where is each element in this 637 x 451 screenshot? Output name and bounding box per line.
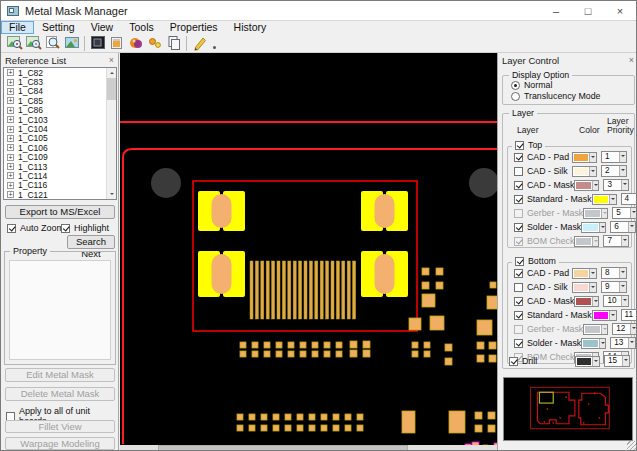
layer-checkbox[interactable]: [509, 357, 518, 366]
tree-item-1-c122[interactable]: +1_C122: [4, 199, 116, 200]
color-dropdown[interactable]: [574, 180, 599, 191]
color-dropdown[interactable]: [592, 194, 617, 205]
priority-dropdown[interactable]: 9: [601, 281, 627, 293]
expand-icon[interactable]: +: [7, 191, 14, 198]
expand-icon[interactable]: +: [7, 154, 14, 161]
expand-icon[interactable]: +: [7, 69, 14, 76]
zoom-out-image-icon[interactable]: [24, 35, 43, 52]
layer-checkbox[interactable]: [514, 325, 523, 334]
chevron-down-icon[interactable]: [589, 283, 596, 292]
reference-list-close-icon[interactable]: ×: [109, 55, 114, 65]
chevron-down-icon[interactable]: [628, 338, 635, 348]
menu-item-file[interactable]: File: [1, 21, 34, 34]
tree-item-1-c83[interactable]: +1_C83: [4, 77, 116, 86]
layer-checkbox[interactable]: [514, 181, 523, 190]
menu-item-properties[interactable]: Properties: [162, 21, 226, 34]
radio-normal[interactable]: Normal: [511, 80, 552, 90]
chevron-down-icon[interactable]: [609, 195, 616, 204]
copy-icon[interactable]: [164, 35, 183, 52]
warpage-modeling-button[interactable]: Warpage Modeling: [5, 437, 115, 450]
minimize-button[interactable]: –: [540, 1, 572, 21]
pad-view-icon[interactable]: [145, 35, 164, 52]
radio-button[interactable]: [511, 81, 520, 90]
expand-icon[interactable]: +: [7, 172, 14, 179]
tree-item-1-c114[interactable]: +1_C114: [4, 171, 116, 180]
priority-dropdown[interactable]: 8: [601, 267, 627, 279]
layer-checkbox[interactable]: [514, 297, 523, 306]
color-sphere-icon[interactable]: [126, 35, 145, 52]
expand-icon[interactable]: +: [7, 144, 14, 151]
image-view-icon[interactable]: [62, 35, 81, 52]
chevron-down-icon[interactable]: [592, 297, 599, 306]
chevron-down-icon[interactable]: [621, 180, 628, 190]
layer-checkbox[interactable]: [514, 209, 523, 218]
chevron-down-icon[interactable]: [601, 209, 608, 218]
tree-item-1-c109[interactable]: +1_C109: [4, 153, 116, 162]
auto-zoom-checkbox-box[interactable]: [7, 224, 16, 233]
auto-zoom-checkbox[interactable]: Auto Zoom: [7, 223, 64, 233]
color-dropdown[interactable]: [592, 310, 617, 321]
expand-icon[interactable]: +: [7, 126, 14, 133]
color-dropdown[interactable]: [574, 236, 599, 247]
layer-checkbox[interactable]: [514, 167, 523, 176]
expand-icon[interactable]: +: [7, 88, 14, 95]
priority-dropdown[interactable]: 13: [610, 337, 636, 349]
priority-dropdown[interactable]: 10: [603, 295, 629, 307]
tree-item-1-c104[interactable]: +1_C104: [4, 124, 116, 133]
color-dropdown[interactable]: [581, 338, 606, 349]
expand-icon[interactable]: +: [7, 79, 14, 86]
tree-item-1-c116[interactable]: +1_C116: [4, 181, 116, 190]
chevron-down-icon[interactable]: [630, 324, 637, 334]
color-dropdown[interactable]: [572, 166, 597, 177]
scrollbar-thumb[interactable]: [107, 78, 116, 100]
chevron-down-icon[interactable]: [619, 268, 626, 278]
resize-grip[interactable]: [627, 441, 637, 451]
fillet-view-button[interactable]: Fillet View: [5, 420, 115, 433]
layer-checkbox[interactable]: [514, 153, 523, 162]
expand-icon[interactable]: +: [7, 135, 14, 142]
export-button[interactable]: Export to MS/Excel: [5, 205, 115, 219]
tree-item-1-c103[interactable]: +1_C103: [4, 115, 116, 124]
priority-dropdown[interactable]: 2: [601, 165, 627, 177]
tree-item-1-c106[interactable]: +1_C106: [4, 143, 116, 152]
chevron-down-icon[interactable]: [589, 269, 596, 278]
chevron-down-icon[interactable]: [592, 357, 599, 366]
layer-checkbox[interactable]: [514, 269, 523, 278]
chevron-down-icon[interactable]: [592, 181, 599, 190]
expand-icon[interactable]: +: [7, 182, 14, 189]
priority-dropdown[interactable]: 11: [621, 309, 637, 321]
maximize-button[interactable]: □: [572, 1, 604, 21]
priority-dropdown[interactable]: 15: [604, 355, 630, 367]
tree-item-1-c113[interactable]: +1_C113: [4, 162, 116, 171]
bottom-layer-checkbox[interactable]: [515, 257, 524, 266]
edit-metal-mask-button[interactable]: Edit Metal Mask: [5, 368, 115, 382]
measure-icon[interactable]: [190, 35, 209, 52]
layer-checkbox[interactable]: [514, 283, 523, 292]
tree-item-1-c85[interactable]: +1_C85: [4, 96, 116, 105]
color-dropdown[interactable]: [575, 356, 600, 367]
radio-translucency-mode[interactable]: Translucency Mode: [511, 91, 600, 101]
menu-item-setting[interactable]: Setting: [34, 21, 83, 34]
top-layer-checkbox[interactable]: [515, 141, 524, 150]
radio-button[interactable]: [511, 92, 520, 101]
chevron-down-icon[interactable]: [592, 237, 599, 246]
scroll-down-arrow-icon[interactable]: [107, 190, 117, 199]
layer-checkbox[interactable]: [514, 237, 523, 246]
display-icon[interactable]: [88, 35, 107, 52]
expand-icon[interactable]: +: [7, 107, 14, 114]
magnifier-icon[interactable]: [43, 35, 62, 52]
priority-dropdown[interactable]: 7: [603, 235, 629, 247]
chevron-down-icon[interactable]: [619, 282, 626, 292]
expand-icon[interactable]: +: [7, 163, 14, 170]
layer-checkbox[interactable]: [514, 223, 523, 232]
chevron-down-icon[interactable]: [622, 356, 629, 366]
layer-checkbox[interactable]: [514, 311, 523, 320]
priority-dropdown[interactable]: 12: [612, 323, 637, 335]
color-dropdown[interactable]: [572, 282, 597, 293]
zoom-in-image-icon[interactable]: [5, 35, 24, 52]
priority-dropdown[interactable]: 5: [612, 207, 637, 219]
canvas-scrollbar-thumb[interactable]: [158, 445, 408, 451]
tree-item-1-c82[interactable]: +1_C82: [4, 68, 116, 77]
layer-checkbox[interactable]: [514, 339, 523, 348]
tree-item-1-c84[interactable]: +1_C84: [4, 87, 116, 96]
